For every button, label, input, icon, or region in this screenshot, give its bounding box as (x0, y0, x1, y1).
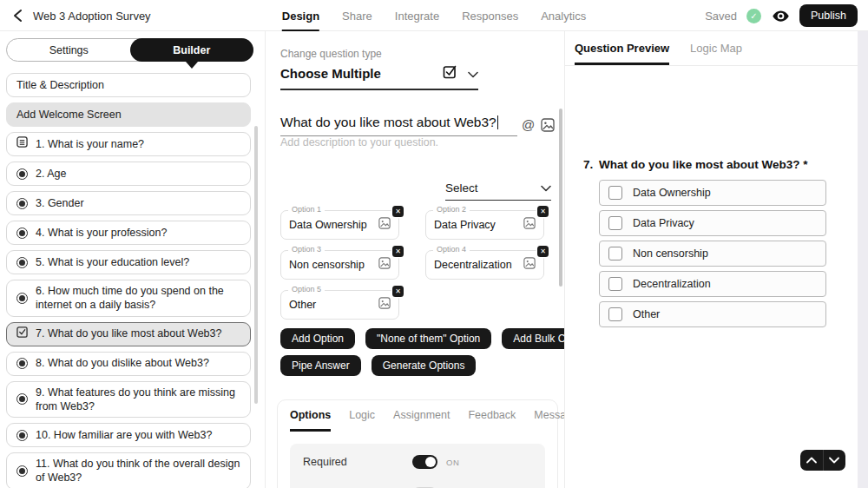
question-title-input[interactable]: What do you like most about Web3? (280, 115, 517, 136)
radio-icon (16, 198, 28, 209)
delete-option-icon[interactable]: ✕ (392, 286, 404, 297)
survey-title: Web 3 Adoption Survey (33, 10, 151, 23)
tab-logic[interactable]: Logic (349, 409, 375, 432)
required-state: ON (446, 458, 459, 467)
checkbox-empty-icon[interactable] (608, 186, 622, 200)
sidebar-item-q3[interactable]: 3. Gender (6, 191, 251, 215)
delete-option-icon[interactable]: ✕ (392, 206, 404, 217)
checkbox-checked-icon (16, 326, 28, 341)
option-field-label: Option 2 (433, 205, 470, 214)
sidebar-item-q10[interactable]: 10. How familiar are you with Web3? (6, 423, 251, 447)
option-image-icon[interactable] (378, 297, 391, 313)
pipe-answer-button[interactable]: Pipe Answer (280, 355, 361, 376)
option-value-input[interactable]: Other (289, 299, 373, 311)
option-value-input[interactable]: Non censorship (289, 259, 373, 271)
checkbox-empty-icon[interactable] (608, 247, 622, 260)
sidebar-scrollbar[interactable] (254, 126, 258, 404)
preview-option-other[interactable]: Other (599, 301, 826, 327)
text-answer-icon (16, 136, 28, 151)
sidebar-item-q11[interactable]: 11. What do you think of the overall des… (6, 452, 251, 488)
add-bulk-choice-button[interactable]: Add Bulk Choice (502, 328, 564, 349)
none-of-them-button[interactable]: "None of them" Option (365, 328, 491, 349)
required-toggle[interactable] (412, 455, 437, 469)
nav-integrate[interactable]: Integrate (395, 0, 439, 31)
preview-eye-icon[interactable] (771, 6, 790, 25)
nav-share[interactable]: Share (342, 0, 372, 31)
generate-options-button[interactable]: Generate Options (372, 355, 477, 376)
options-settings-panel: Required ON Hide always OFF (290, 444, 545, 488)
option-image-icon[interactable] (523, 217, 536, 233)
chevron-down-icon (541, 181, 551, 195)
option-field-2: Option 2 Data Privacy ✕ (425, 210, 544, 240)
sidebar-item-title-description[interactable]: Title & Description (6, 73, 251, 97)
sidebar-item-q6[interactable]: 6. How much time do you spend on the int… (6, 280, 251, 317)
item-label: 11. What do you think of the overall des… (36, 457, 240, 485)
tab-feedback[interactable]: Feedback (468, 409, 516, 432)
checkbox-empty-icon[interactable] (608, 307, 622, 321)
nav-responses[interactable]: Responses (462, 0, 518, 31)
tab-settings[interactable]: Settings (7, 39, 131, 61)
radio-icon (16, 257, 28, 268)
tab-logic-map[interactable]: Logic Map (690, 42, 742, 65)
preview-option-non-censorship[interactable]: Non censorship (599, 241, 826, 267)
checkbox-type-icon (443, 64, 457, 82)
option-image-icon[interactable] (378, 217, 391, 233)
back-chevron-icon[interactable] (10, 7, 28, 24)
sidebar-item-q2[interactable]: 2. Age (6, 162, 251, 186)
option-field-5: Option 5 Other ✕ (280, 290, 399, 320)
saved-status: Saved (705, 10, 737, 23)
sidebar-item-q9[interactable]: 9. What features do you think are missin… (6, 381, 251, 419)
option-label: Other (633, 308, 660, 320)
saved-check-icon: ✓ (746, 9, 761, 23)
sidebar-item-q1[interactable]: 1. What is your name? (6, 132, 251, 156)
option-value-input[interactable]: Data Ownership (289, 219, 373, 231)
option-label: Data Ownership (633, 187, 711, 199)
option-value-input[interactable]: Decentralization (434, 259, 518, 271)
radio-icon (16, 393, 28, 405)
tab-question-preview[interactable]: Question Preview (575, 42, 669, 65)
option-field-3: Option 3 Non censorship ✕ (280, 250, 399, 280)
delete-option-icon[interactable]: ✕ (537, 206, 549, 217)
sidebar-item-q5[interactable]: 5. What is your education level? (6, 250, 251, 274)
select-dropdown[interactable]: Select (445, 181, 551, 201)
preview-tab-bar: Question Preview Logic Map (565, 31, 858, 66)
option-field-label: Option 4 (433, 245, 470, 254)
mention-at-icon[interactable]: @ (522, 117, 535, 132)
editor-scrollbar[interactable] (559, 109, 562, 287)
checkbox-empty-icon[interactable] (608, 277, 622, 291)
option-image-icon[interactable] (523, 257, 536, 273)
question-type-dropdown[interactable]: Choose Multiple (280, 64, 478, 90)
page-scrollbar[interactable] (858, 31, 868, 488)
sidebar-item-q7[interactable]: 7. What do you like most about Web3? (6, 322, 251, 346)
delete-option-icon[interactable]: ✕ (392, 246, 404, 257)
delete-option-icon[interactable]: ✕ (537, 246, 549, 257)
preview-option-data-privacy[interactable]: Data Privacy (599, 210, 826, 236)
option-value-input[interactable]: Data Privacy (434, 219, 518, 231)
add-image-icon[interactable] (541, 118, 555, 135)
option-field-label: Option 1 (288, 205, 325, 214)
publish-button[interactable]: Publish (799, 4, 858, 27)
option-label: Non censorship (633, 247, 708, 260)
preview-option-data-ownership[interactable]: Data Ownership (599, 180, 826, 206)
sidebar-item-add-welcome-screen[interactable]: Add Welcome Screen (6, 102, 251, 127)
item-label: 5. What is your education level? (36, 255, 189, 269)
sidebar-item-q8[interactable]: 8. What do you dislike about Web3? (6, 352, 251, 376)
tab-messages[interactable]: Messages (534, 409, 564, 432)
tab-options[interactable]: Options (290, 409, 331, 432)
previous-question-icon[interactable] (800, 450, 823, 471)
next-question-icon[interactable] (824, 450, 846, 471)
toggle-knob (425, 457, 436, 467)
preview-option-decentralization[interactable]: Decentralization (599, 271, 826, 297)
nav-design[interactable]: Design (282, 0, 319, 31)
description-input[interactable]: Add description to your question. (280, 136, 438, 148)
nav-analytics[interactable]: Analytics (541, 0, 586, 31)
tab-builder[interactable]: Builder (130, 38, 254, 62)
sidebar-item-q4[interactable]: 4. What is your profession? (6, 221, 251, 245)
preview-question-text: What do you like most about Web3? * (599, 158, 808, 171)
radio-icon (16, 168, 28, 180)
option-image-icon[interactable] (378, 257, 391, 273)
add-option-button[interactable]: Add Option (280, 328, 355, 349)
checkbox-empty-icon[interactable] (608, 216, 622, 230)
radio-icon (16, 228, 28, 239)
tab-assignment[interactable]: Assignment (393, 409, 450, 432)
